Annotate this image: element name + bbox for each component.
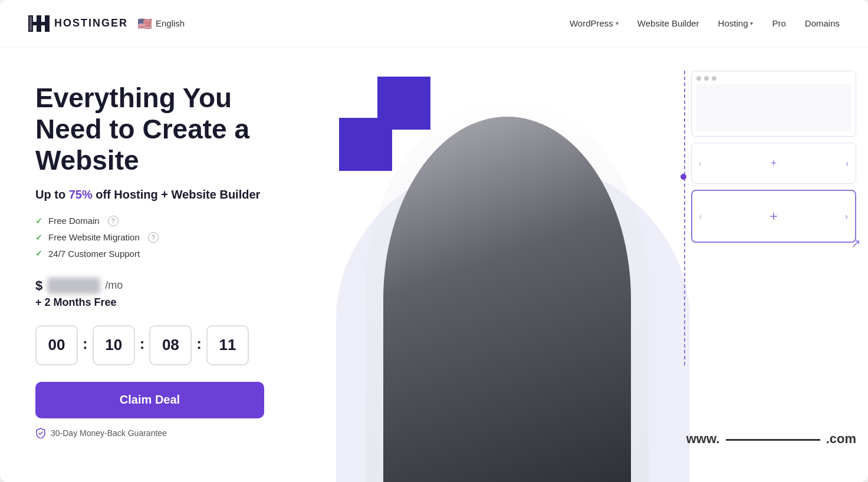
svg-rect-4 xyxy=(29,16,32,31)
info-icon-2[interactable]: ? xyxy=(148,232,159,243)
person-silhouette xyxy=(383,117,631,482)
nav-pro[interactable]: Pro xyxy=(772,18,785,28)
subtitle-prefix: Up to xyxy=(35,188,69,201)
browser-content xyxy=(696,84,851,131)
hero-title: Everything You Need to Create a Website xyxy=(35,82,278,176)
ui-mockup: ‹ + › ‹ + › ↗ xyxy=(691,71,856,243)
nav-links: WordPress ▾ Website Builder Hosting ▾ Pr… xyxy=(570,18,840,28)
card2-chevron-left: ‹ xyxy=(699,212,702,221)
subtitle-suffix: off Hosting + Website Builder xyxy=(93,188,261,201)
guarantee-label: 30-Day Money-Back Guarantee xyxy=(35,428,278,438)
price-per-month: /mo xyxy=(105,279,123,292)
card2-plus-icon: + xyxy=(770,208,778,225)
separator-2: : xyxy=(140,335,145,353)
feature-migration-label: Free Website Migration xyxy=(48,232,140,242)
countdown-seconds: 08 xyxy=(149,325,192,365)
feature-support-label: 24/7 Customer Support xyxy=(48,249,140,259)
nav-hosting-label: Hosting xyxy=(718,18,748,28)
nav-website-builder[interactable]: Website Builder xyxy=(637,18,699,28)
dot-1 xyxy=(696,76,701,81)
feature-free-domain-label: Free Domain xyxy=(48,216,100,226)
mockup-card-1: ‹ + › xyxy=(691,143,856,184)
cursor-icon: ↗ xyxy=(851,236,861,250)
main-content: Everything You Need to Create a Website … xyxy=(0,47,868,482)
countdown-timer: 00 : 10 : 08 : 11 xyxy=(35,325,278,365)
shield-icon xyxy=(35,428,46,438)
months-free-label: + 2 Months Free xyxy=(35,296,278,309)
navbar: HOSTINGER 🇺🇸 English WordPress ▾ Website… xyxy=(0,0,868,47)
pricing-area: $ /mo + 2 Months Free xyxy=(35,278,278,321)
card-chevron-right: › xyxy=(846,159,849,168)
nav-hosting[interactable]: Hosting ▾ xyxy=(718,18,754,28)
domain-input-line xyxy=(726,439,820,441)
language-label: English xyxy=(156,18,185,28)
hero-person-image xyxy=(366,99,649,482)
dashed-dot xyxy=(680,174,686,180)
info-icon-1[interactable]: ? xyxy=(108,216,119,226)
card-chevron-left: ‹ xyxy=(699,159,702,168)
left-content: Everything You Need to Create a Website … xyxy=(0,47,307,482)
nav-domains[interactable]: Domains xyxy=(805,18,840,28)
card-plus-1: + xyxy=(771,157,777,170)
features-list: ✓ Free Domain ? ✓ Free Website Migration… xyxy=(35,216,278,259)
domain-suffix: .com xyxy=(826,431,856,446)
card2-chevron-right: › xyxy=(845,212,848,221)
chevron-down-icon-2: ▾ xyxy=(750,20,753,27)
domain-prefix: www. xyxy=(686,431,720,446)
countdown-minutes: 10 xyxy=(93,325,135,365)
language-selector[interactable]: 🇺🇸 English xyxy=(137,16,185,31)
check-icon-3: ✓ xyxy=(35,249,42,258)
feature-free-domain: ✓ Free Domain ? xyxy=(35,216,278,226)
mockup-browser xyxy=(691,71,856,137)
price-symbol: $ xyxy=(35,278,42,293)
countdown-centiseconds: 11 xyxy=(206,325,249,365)
check-icon-1: ✓ xyxy=(35,216,42,226)
price-row: $ /mo xyxy=(35,278,278,294)
nav-website-builder-label: Website Builder xyxy=(637,18,699,28)
logo-svg xyxy=(28,15,50,32)
price-value-blurred xyxy=(47,278,100,294)
countdown-hours: 00 xyxy=(35,325,78,365)
dashed-line xyxy=(684,71,685,365)
logo-area: HOSTINGER 🇺🇸 English xyxy=(28,15,185,32)
nav-domains-label: Domains xyxy=(805,18,840,28)
check-icon-2: ✓ xyxy=(35,233,42,242)
flag-icon: 🇺🇸 xyxy=(137,16,152,31)
hero-subtitle: Up to 75% off Hosting + Website Builder xyxy=(35,188,278,202)
subtitle-highlight: 75% xyxy=(69,188,93,201)
feature-support: ✓ 24/7 Customer Support xyxy=(35,249,278,259)
browser-dots xyxy=(696,76,851,81)
guarantee-text: 30-Day Money-Back Guarantee xyxy=(51,428,167,438)
feature-migration: ✓ Free Website Migration ? xyxy=(35,232,278,243)
claim-deal-button[interactable]: Claim Deal xyxy=(35,382,264,418)
chevron-down-icon: ▾ xyxy=(616,20,619,27)
domain-bar: www. .com xyxy=(686,431,856,447)
right-visual: ‹ + › ‹ + › ↗ www. .com xyxy=(307,47,868,482)
mockup-card-2: ‹ + › ↗ xyxy=(691,190,856,243)
purple-square-2 xyxy=(339,118,392,171)
nav-pro-label: Pro xyxy=(772,18,785,28)
hostinger-logo[interactable]: HOSTINGER xyxy=(28,15,128,32)
nav-wordpress[interactable]: WordPress ▾ xyxy=(570,18,619,28)
dot-3 xyxy=(712,76,716,81)
logo-text: HOSTINGER xyxy=(54,17,128,29)
separator-3: : xyxy=(196,335,202,353)
separator-1: : xyxy=(83,335,88,353)
dot-2 xyxy=(704,76,709,81)
nav-wordpress-label: WordPress xyxy=(570,18,613,28)
